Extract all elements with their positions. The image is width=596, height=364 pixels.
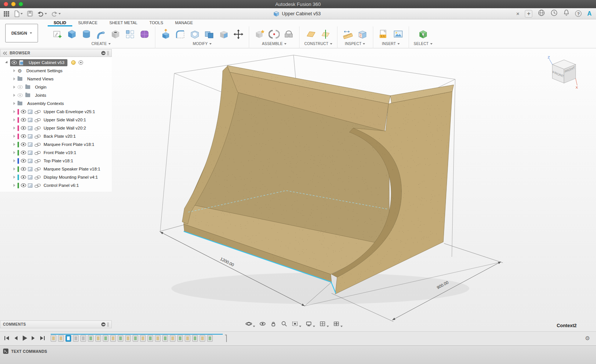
- browser-row-component[interactable]: Upper Cab Envelope v25:1: [0, 108, 112, 116]
- comments-header[interactable]: COMMENTS: [0, 320, 112, 328]
- timeline-item-sketch[interactable]: [192, 335, 198, 342]
- rigid-group-icon[interactable]: [283, 29, 294, 40]
- expand-arrow-icon[interactable]: [13, 118, 15, 121]
- timeline-item-sketch[interactable]: [88, 335, 93, 342]
- timeline-item-sketch[interactable]: [66, 335, 71, 342]
- grid-snaps-button[interactable]: [318, 320, 330, 328]
- tab-manage[interactable]: MANAGE: [169, 19, 199, 26]
- expand-arrow-icon[interactable]: [13, 94, 15, 97]
- close-window-button[interactable]: [4, 2, 8, 6]
- browser-row-component[interactable]: Upper Side Wall v20:2: [0, 124, 112, 132]
- orbit-button[interactable]: [245, 320, 256, 328]
- collapse-panel-icon[interactable]: [3, 51, 7, 55]
- move-icon[interactable]: [233, 29, 244, 40]
- hole-icon[interactable]: [110, 29, 121, 40]
- undo-button[interactable]: [37, 11, 47, 17]
- create-form-icon[interactable]: [139, 29, 150, 40]
- pan-button[interactable]: [269, 320, 278, 328]
- panel-options-icon[interactable]: [101, 322, 105, 326]
- timeline-item-sketch[interactable]: [148, 335, 153, 342]
- combine-icon[interactable]: [204, 29, 215, 40]
- save-button[interactable]: [27, 10, 33, 17]
- group-label-insert[interactable]: INSERT: [382, 42, 400, 46]
- fillet-icon[interactable]: [175, 29, 186, 40]
- timeline-item-feature[interactable]: [140, 335, 146, 342]
- tab-sheet-metal[interactable]: SHEET METAL: [104, 19, 143, 26]
- timeline-end-marker[interactable]: [225, 335, 227, 342]
- visibility-eye-icon[interactable]: [12, 61, 17, 64]
- measure-icon[interactable]: [342, 29, 354, 40]
- visibility-eye-icon[interactable]: [21, 175, 26, 179]
- step-back-button[interactable]: [13, 335, 18, 341]
- visibility-eye-icon[interactable]: [21, 151, 26, 154]
- activate-component-icon[interactable]: [79, 60, 83, 65]
- skip-to-start-button[interactable]: [4, 335, 10, 341]
- browser-row-joints[interactable]: Joints: [0, 91, 112, 99]
- group-label-inspect[interactable]: INSPECT: [345, 42, 365, 46]
- timeline-item-feature[interactable]: [110, 335, 116, 342]
- timeline-item-feature[interactable]: [170, 335, 175, 342]
- document-tab[interactable]: Upper Cabinet v53: [273, 8, 321, 19]
- browser-row-origin[interactable]: Origin: [0, 83, 112, 91]
- visibility-eye-icon[interactable]: [21, 143, 26, 146]
- expand-arrow-icon[interactable]: [13, 143, 15, 146]
- browser-row-component[interactable]: Front Plate v19:1: [0, 149, 112, 157]
- visibility-eye-icon[interactable]: [21, 126, 26, 130]
- notifications-bell-icon[interactable]: [563, 9, 570, 18]
- joint-icon[interactable]: [269, 29, 280, 40]
- expand-arrow-icon[interactable]: [13, 159, 15, 162]
- expand-arrow-icon[interactable]: [13, 176, 15, 179]
- expand-arrow-icon[interactable]: [13, 151, 15, 154]
- close-document-button[interactable]: ×: [516, 11, 520, 16]
- context-bulb-icon[interactable]: [71, 60, 76, 65]
- timeline-item-sketch[interactable]: [162, 335, 168, 342]
- timeline-item-feature[interactable]: [58, 335, 64, 342]
- expand-arrow-icon[interactable]: [13, 127, 15, 130]
- view-cube[interactable]: FRONT RIGHT Z X: [545, 53, 582, 90]
- offset-face-icon[interactable]: [218, 29, 229, 40]
- visibility-eye-icon[interactable]: [21, 183, 26, 187]
- browser-row-assembly-contexts[interactable]: Assembly Contexts: [0, 99, 112, 108]
- new-document-button[interactable]: +: [525, 10, 532, 17]
- browser-row-root[interactable]: Upper Cabinet v53: [0, 58, 112, 67]
- visibility-eye-icon[interactable]: [21, 167, 26, 171]
- job-status-icon[interactable]: [538, 9, 545, 18]
- selected-root-item[interactable]: Upper Cabinet v53: [10, 59, 67, 66]
- redo-button[interactable]: [51, 11, 61, 17]
- timeline-item-joint[interactable]: [73, 335, 79, 342]
- insert-svg-icon[interactable]: [378, 29, 389, 40]
- timeline-item-feature[interactable]: [125, 335, 131, 342]
- step-forward-button[interactable]: [31, 335, 36, 341]
- play-button[interactable]: [22, 335, 28, 341]
- construction-axis-icon[interactable]: [320, 29, 331, 40]
- expand-arrow-icon[interactable]: [13, 110, 15, 113]
- help-icon[interactable]: ?: [575, 10, 581, 17]
- panel-drag-handle[interactable]: [107, 322, 109, 327]
- group-label-assemble[interactable]: ASSEMBLE: [262, 42, 286, 46]
- browser-row-component[interactable]: Control Panel v6:1: [0, 181, 112, 189]
- new-component-icon[interactable]: [254, 29, 265, 40]
- tab-surface[interactable]: SURFACE: [72, 19, 104, 26]
- autodesk-logo[interactable]: A: [587, 10, 592, 17]
- timeline-item-feature[interactable]: [51, 335, 56, 342]
- viewports-button[interactable]: [332, 320, 343, 328]
- data-panel-button[interactable]: [3, 10, 10, 17]
- browser-row-named-views[interactable]: Named Views: [0, 75, 112, 83]
- tab-tools[interactable]: TOOLS: [143, 19, 169, 26]
- browser-row-component[interactable]: Top Plate v18:1: [0, 157, 112, 165]
- browser-row-component[interactable]: Display Mounting Panel v4:1: [0, 173, 112, 181]
- timeline-item-feature[interactable]: [200, 335, 205, 342]
- group-label-select[interactable]: SELECT: [414, 42, 432, 46]
- expand-arrow-icon[interactable]: [13, 77, 15, 80]
- browser-row-component[interactable]: Back Plate v20:1: [0, 132, 112, 140]
- expand-arrow-icon[interactable]: [13, 135, 15, 138]
- section-analysis-icon[interactable]: [357, 29, 368, 40]
- expand-arrow-icon[interactable]: [13, 184, 15, 187]
- expand-arrow-icon[interactable]: [13, 167, 15, 170]
- zoom-window-button[interactable]: [19, 2, 23, 6]
- extrude-icon[interactable]: [66, 29, 77, 40]
- browser-header[interactable]: BROWSER: [0, 49, 112, 57]
- expand-arrow-icon[interactable]: [13, 69, 15, 72]
- tab-solid[interactable]: SOLID: [48, 19, 72, 26]
- browser-row-component[interactable]: Marquee Front Plate v18:1: [0, 140, 112, 149]
